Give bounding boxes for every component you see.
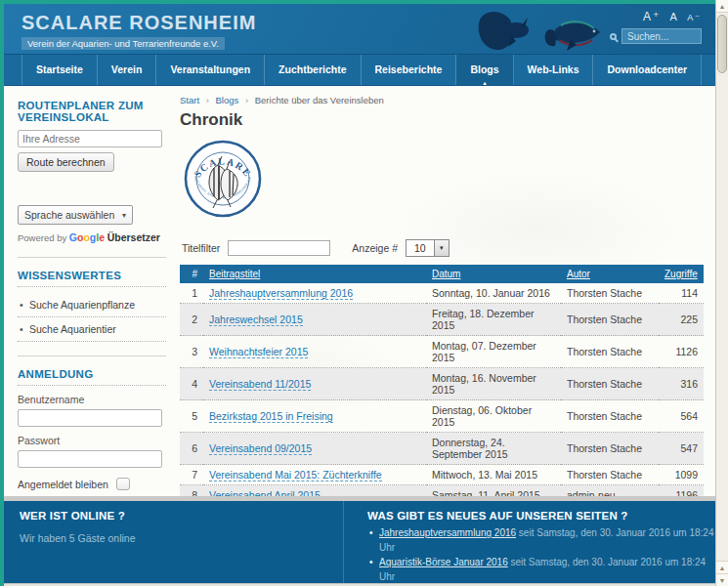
article-date: Samstag, 11. April 2015 (426, 485, 561, 497)
routeplanner-heading: ROUTENPLANER ZUM VEREINSLOKAL (18, 100, 166, 123)
column-header-num: # (180, 265, 203, 283)
sidebar-item-suche-aquarienpflanze[interactable]: Suche Aquarienpflanze (18, 293, 166, 317)
club-logo: SCALARE VEREIN DER AQUARIEN- UND TERRARI… (184, 140, 262, 218)
nav-item-verein[interactable]: Verein (98, 55, 157, 85)
scroll-up-icon[interactable]: ▲ (716, 0, 728, 13)
password-field[interactable] (18, 450, 162, 468)
article-link[interactable]: Jahreswechsel 2015 (209, 314, 303, 326)
news-link[interactable]: Aquaristik-Börse Januar 2016 (379, 557, 508, 567)
font-increase-button[interactable]: A⁺ (643, 10, 661, 23)
password-label: Passwort (18, 435, 166, 446)
article-hits: 1099 (659, 465, 704, 485)
address-input[interactable] (18, 130, 162, 147)
breadcrumb-separator-icon: › (245, 95, 248, 105)
article-link[interactable]: Vereinsabend Mai 2015: Züchterkniffe (209, 469, 382, 481)
table-row: 7Vereinsabend Mai 2015: ZüchterkniffeMit… (180, 465, 704, 485)
article-hits: 1126 (659, 336, 704, 368)
google-translate-attribution: Powered by Google Übersetzer (18, 231, 166, 243)
username-field[interactable] (18, 409, 162, 427)
article-author: Thorsten Stache (561, 283, 659, 304)
search-input[interactable] (621, 28, 702, 44)
article-hits: 316 (659, 368, 704, 400)
column-header-title: Beitragstitel (203, 265, 426, 283)
row-number: 8 (180, 485, 203, 497)
article-date: Montag, 16. November 2015 (426, 368, 561, 400)
scroll-down-icon[interactable]: ▼ (716, 573, 728, 586)
nav-item-startseite[interactable]: Startseite (21, 55, 98, 85)
font-decrease-button[interactable]: A⁻ (687, 13, 702, 22)
breadcrumb-separator-icon: › (206, 95, 209, 105)
page-scrollbar[interactable]: ▲ ▲ ▼ (715, 0, 728, 586)
nav-item-web-links[interactable]: Web-Links (514, 55, 594, 85)
article-link[interactable]: Weihnachtsfeier 2015 (209, 346, 308, 358)
scrollbar-thumb[interactable] (717, 15, 727, 73)
article-date: Mittwoch, 13. Mai 2015 (426, 465, 561, 485)
table-row: 5Bezirkstag 2015 in FreisingDienstag, 06… (180, 400, 704, 433)
breadcrumb-blogs-link[interactable]: Blogs (216, 95, 239, 105)
main-content: Start › Blogs › Berichte über das Verein… (172, 86, 715, 496)
table-row: 6Vereinsabend 09/2015Donnerstag, 24. Sep… (180, 433, 704, 465)
site-title: SCALARE ROSENHEIM (21, 12, 256, 34)
display-count-label: Anzeige # (352, 242, 398, 254)
nav-item-downloadcenter[interactable]: Downloadcenter (593, 55, 702, 85)
breadcrumb: Start › Blogs › Berichte über das Verein… (180, 95, 704, 105)
article-link[interactable]: Vereinsabend 11/2015 (209, 378, 311, 391)
sidebar: ROUTENPLANER ZUM VEREINSLOKAL Route bere… (4, 86, 172, 496)
page: SCALARE ROSENHEIM Verein der Aquarien- u… (4, 4, 715, 582)
article-author: Thorsten Stache (561, 368, 659, 400)
remember-me-checkbox[interactable] (116, 478, 130, 490)
google-product-label: Übersetzer (107, 231, 160, 243)
article-date: Sonntag, 10. Januar 2016 (426, 283, 561, 304)
nav-item-veranstaltungen[interactable]: Veranstaltungen (156, 55, 265, 85)
article-date: Freitag, 18. Dezember 2015 (426, 304, 561, 336)
language-select[interactable]: Sprache auswählen ▾ (18, 205, 133, 225)
username-label: Benutzername (18, 394, 166, 405)
title-filter-label: Titelfilter (182, 242, 220, 254)
font-reset-button[interactable]: A (669, 11, 678, 22)
sort-by-title-link[interactable]: Beitragstitel (209, 269, 260, 279)
display-count-select[interactable]: 10 ▾ (406, 239, 450, 257)
google-letter: G (69, 231, 77, 243)
sidebar-item-suche-aquarientier[interactable]: Suche Aquarientier (18, 317, 166, 342)
route-calculate-button[interactable]: Route berechnen (18, 152, 114, 172)
article-date: Donnerstag, 24. September 2015 (426, 433, 561, 465)
footer: WER IST ONLINE ? Wir haben 5 Gäste onlin… (4, 501, 715, 583)
row-number: 1 (180, 283, 203, 304)
sidebar-divider (18, 356, 166, 356)
article-link[interactable]: Vereinsabend April 2015 (209, 489, 321, 496)
table-row: 4Vereinsabend 11/2015Montag, 16. Novembe… (180, 368, 704, 400)
article-hits: 225 (659, 304, 704, 336)
sort-by-date-link[interactable]: Datum (432, 269, 460, 279)
google-logo: Google (69, 231, 105, 243)
table-row: 1Jahreshauptversammlung 2016Sonntag, 10.… (180, 283, 704, 304)
sort-by-hits-link[interactable]: Zugriffe (664, 269, 698, 279)
sort-by-author-link[interactable]: Autor (567, 269, 590, 279)
site-subtitle: Verein der Aquarien- und Terrarienfreund… (21, 37, 225, 50)
chevron-down-icon: ▾ (434, 240, 449, 256)
row-number: 4 (180, 368, 203, 400)
google-letter: e (99, 231, 105, 243)
nav-item-zuchtberichte[interactable]: Zuchtberichte (265, 55, 361, 85)
title-filter-input[interactable] (228, 240, 330, 256)
chevron-down-icon: ▾ (122, 211, 126, 220)
powered-by-label: Powered by (18, 232, 66, 243)
article-link[interactable]: Jahreshauptversammlung 2016 (209, 287, 353, 300)
nav-item-reiseberichte[interactable]: Reiseberichte (362, 55, 457, 85)
table-header-row: # Beitragstitel Datum Autor Zugriffe (180, 265, 704, 283)
article-hits: 547 (659, 433, 704, 465)
nav-item-blogs[interactable]: Blogs ▴ (456, 55, 513, 85)
scroll-up-icon[interactable]: ▲ (716, 561, 728, 573)
column-header-date: Datum (426, 265, 561, 283)
article-link[interactable]: Vereinsabend 09/2015 (209, 442, 312, 455)
search-icon (610, 33, 617, 40)
language-select-value: Sprache auswählen (24, 209, 114, 221)
article-author: Thorsten Stache (561, 336, 659, 368)
breadcrumb-start-link[interactable]: Start (180, 95, 199, 105)
column-header-hits: Zugriffe (659, 265, 704, 283)
row-number: 6 (180, 433, 203, 465)
article-link[interactable]: Bezirkstag 2015 in Freising (209, 410, 333, 423)
news-link[interactable]: Jahreshauptversammlung 2016 (379, 527, 516, 538)
remember-me-label: Angemeldet bleiben (18, 479, 108, 490)
article-author: Thorsten Stache (561, 304, 659, 336)
breadcrumb-current: Berichte über das Vereinsleben (255, 95, 384, 105)
